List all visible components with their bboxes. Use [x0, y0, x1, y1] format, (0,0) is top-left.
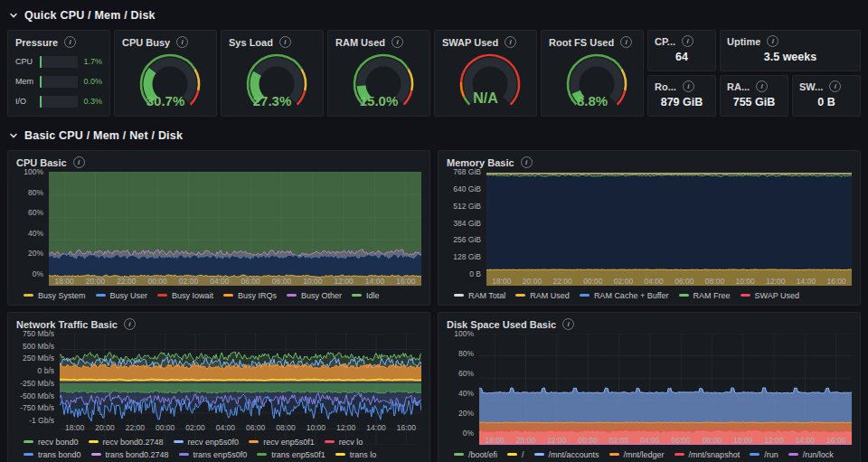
legend-item[interactable]: RAM Cache + Buffer [580, 289, 669, 301]
info-icon[interactable]: i [767, 35, 778, 47]
legend-item[interactable]: RAM Used [515, 289, 570, 301]
legend-item[interactable]: trans enp5s0f1 [257, 448, 326, 460]
section-title-quick[interactable]: Quick CPU / Mem / Disk [24, 9, 156, 22]
stat-panel-title[interactable]: RA... [727, 81, 750, 92]
memory-basic-svg [486, 172, 852, 286]
info-icon[interactable]: i [64, 36, 76, 48]
info-icon[interactable]: i [176, 36, 188, 48]
legend-item[interactable]: /run/lock [788, 448, 834, 460]
gauge-value: N/A [442, 90, 529, 107]
x-axis-tick: 06:00 [672, 436, 691, 445]
legend-item[interactable]: Busy Other [287, 289, 342, 301]
gauge-panel-title[interactable]: Root FS Used [549, 37, 614, 48]
legend-label: RAM Cache + Buffer [594, 291, 669, 300]
stat-panel-title[interactable]: Ro... [655, 81, 676, 92]
legend-item[interactable]: SWAP Used [741, 289, 800, 301]
section-header-quick: Quick CPU / Mem / Disk [9, 7, 861, 24]
gauge-value: 15.0% [335, 93, 422, 108]
legend-label: / [522, 450, 524, 459]
legend-item[interactable]: /mnt/ledger [609, 448, 665, 460]
plot-area[interactable] [60, 334, 421, 420]
plot-area[interactable] [49, 172, 421, 274]
pressure-row-label: I/O [15, 97, 34, 106]
info-icon[interactable]: i [392, 36, 403, 48]
y-axis-tick: 40% [458, 389, 474, 398]
pressure-row: Mem0.0% [15, 75, 102, 88]
legend: /boot/efi//mnt/accounts/mnt/ledger/mnt/s… [454, 448, 852, 460]
chart-panel-title[interactable]: Network Traffic Basic [16, 319, 118, 330]
info-icon[interactable]: i [620, 36, 632, 48]
legend-item[interactable]: trans bond0.2748 [91, 448, 169, 460]
chart-panel-title[interactable]: Disk Space Used Basic [447, 319, 556, 330]
legend-swatch [157, 294, 167, 297]
info-icon[interactable]: i [521, 156, 533, 168]
y-axis-tick: 80% [458, 349, 474, 358]
info-icon[interactable]: i [683, 80, 694, 92]
gauge-panel-title[interactable]: RAM Used [335, 37, 385, 48]
stat-panel-title[interactable]: SW... [799, 81, 823, 92]
pressure-panel-title[interactable]: Pressure [15, 37, 58, 48]
legend-item[interactable]: RAM Free [679, 289, 731, 301]
info-icon[interactable]: i [829, 80, 841, 92]
plot-area[interactable] [479, 334, 852, 433]
info-icon[interactable]: i [279, 36, 291, 48]
legend-item[interactable]: Busy System [24, 289, 86, 301]
chevron-down-icon[interactable] [9, 131, 18, 140]
x-axis-tick: 20:00 [95, 423, 114, 432]
gauge-panel-title[interactable]: CPU Busy [122, 37, 170, 48]
info-icon[interactable]: i [562, 318, 574, 330]
legend-label: /mnt/accounts [549, 450, 599, 459]
info-icon[interactable]: i [505, 36, 516, 48]
gauge-panel-title[interactable]: SWAP Used [442, 37, 498, 48]
y-axis-tick: -250 Mb/s [20, 379, 54, 388]
section-title-basic[interactable]: Basic CPU / Mem / Net / Disk [24, 129, 183, 142]
x-axis-tick: 06:00 [241, 277, 260, 286]
chart-panel-title[interactable]: CPU Basic [16, 157, 67, 168]
chart-panel-title[interactable]: Memory Basic [447, 157, 514, 168]
x-axis-tick: 00:00 [583, 277, 602, 286]
y-axis-tick: -750 Mb/s [20, 403, 54, 412]
legend-item[interactable]: /mnt/snapshot [675, 448, 741, 460]
pressure-row-value: 1.7% [83, 57, 102, 66]
swap-total-stat-panel: SW... i 0 B [792, 75, 861, 117]
y-axis-tick: 0% [33, 269, 43, 278]
legend-item[interactable]: Busy Iowait [157, 289, 213, 301]
legend-item[interactable]: trans lo [335, 448, 377, 460]
legend-label: RAM Used [530, 291, 570, 300]
plot-area[interactable] [486, 172, 852, 274]
legend-label: SWAP Used [755, 291, 800, 300]
legend: Busy SystemBusy UserBusy IowaitBusy IRQs… [24, 289, 421, 301]
pressure-row-label: CPU [15, 57, 34, 66]
legend-item[interactable]: Busy IRQs [223, 289, 277, 301]
chevron-down-icon[interactable] [9, 11, 18, 20]
legend-item[interactable]: / [507, 448, 524, 460]
legend-swatch [335, 453, 345, 456]
stat-panel-title[interactable]: CP... [655, 36, 675, 47]
legend-item[interactable]: /run [750, 448, 778, 460]
y-axis-tick: 0% [463, 429, 474, 438]
x-axis-tick: 22:00 [553, 277, 572, 286]
legend-label: /boot/efi [468, 450, 497, 459]
pressure-bar-gauge [40, 56, 78, 68]
info-icon[interactable]: i [682, 35, 693, 47]
info-icon[interactable]: i [73, 156, 85, 168]
stat-value: 3.5 weeks [727, 48, 854, 67]
x-axis-tick: 12:00 [336, 423, 355, 432]
info-icon[interactable]: i [124, 318, 136, 330]
pressure-row-value: 0.3% [83, 97, 102, 106]
legend-item[interactable]: /mnt/accounts [534, 448, 599, 460]
info-icon[interactable]: i [756, 80, 768, 92]
stat-panel-title[interactable]: Uptime [727, 36, 760, 47]
gauge-panel-title[interactable]: Sys Load [229, 37, 273, 48]
legend-item[interactable]: /boot/efi [454, 448, 497, 460]
y-axis: 0%20%40%60%80%100% [16, 172, 49, 274]
legend-item[interactable]: trans enp5s0f0 [179, 448, 248, 460]
legend-item[interactable]: Busy User [96, 289, 148, 301]
x-axis: 18:0020:0022:0000:0002:0004:0006:0008:00… [479, 435, 852, 447]
pressure-row-value: 0.0% [83, 77, 102, 86]
legend-item[interactable]: RAM Total [454, 289, 505, 301]
legend-item[interactable]: Idle [352, 289, 380, 301]
grafana-dashboard: Quick CPU / Mem / Disk Pressure i CPU1.7… [0, 0, 868, 462]
legend-item[interactable]: trans bond0 [24, 448, 81, 460]
y-axis-tick: 60% [458, 369, 474, 378]
